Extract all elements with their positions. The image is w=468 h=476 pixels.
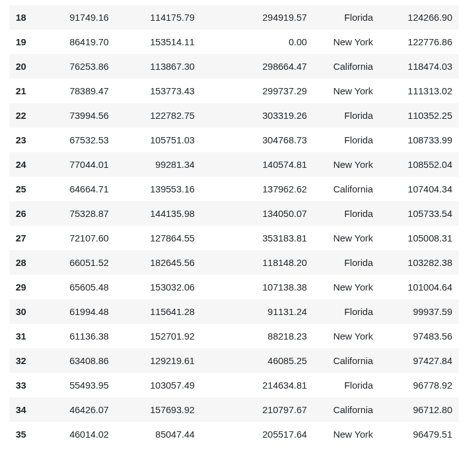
col2-cell: 144135.98: [115, 201, 201, 226]
col4-cell: California: [313, 177, 379, 201]
table-row: 2273994.56122782.75303319.26Florida11035…: [9, 103, 459, 128]
col5-cell: 105008.31: [379, 226, 459, 250]
col1-cell: 63408.86: [43, 348, 116, 373]
row-index-cell: 30: [9, 299, 43, 324]
col4-cell: New York: [313, 324, 379, 348]
table-row: 3446426.07157693.92210797.67California96…: [9, 397, 459, 422]
row-index-cell: 33: [9, 373, 43, 397]
col3-cell: 205517.64: [201, 422, 313, 446]
col1-cell: 61994.48: [43, 299, 116, 324]
col1-cell: 67532.53: [43, 128, 116, 152]
data-table-body: 1891749.16114175.79294919.57Florida12426…: [9, 5, 459, 446]
table-row: 2965605.48153032.06107138.38New York1010…: [9, 275, 459, 299]
table-row: 2772107.60127864.55353183.81New York1050…: [9, 226, 459, 250]
col1-cell: 66051.52: [43, 250, 116, 275]
col5-cell: 97427.84: [379, 348, 459, 373]
table-row: 2477044.0199281.34140574.81New York10855…: [9, 152, 459, 177]
col1-cell: 76253.86: [43, 54, 116, 79]
col4-cell: New York: [313, 422, 379, 446]
col4-cell: Florida: [313, 373, 379, 397]
col5-cell: 110352.25: [379, 103, 459, 128]
table-row: 2178389.47153773.43299737.29New York1113…: [9, 79, 459, 103]
col1-cell: 77044.01: [43, 152, 116, 177]
table-row: 2866051.52182645.56118148.20Florida10328…: [9, 250, 459, 275]
col5-cell: 99937.59: [379, 299, 459, 324]
col2-cell: 139553.16: [115, 177, 201, 201]
row-index-cell: 24: [9, 152, 43, 177]
row-index-cell: 22: [9, 103, 43, 128]
row-index-cell: 31: [9, 324, 43, 348]
row-index-cell: 35: [9, 422, 43, 446]
col4-cell: New York: [313, 79, 379, 103]
col2-cell: 99281.34: [115, 152, 201, 177]
row-index-cell: 18: [9, 5, 43, 30]
col2-cell: 153773.43: [115, 79, 201, 103]
col3-cell: 298664.47: [201, 54, 313, 79]
col4-cell: California: [313, 348, 379, 373]
row-index-cell: 32: [9, 348, 43, 373]
table-row: 1986419.70153514.110.00New York122776.86: [9, 30, 459, 54]
row-index-cell: 26: [9, 201, 43, 226]
table-row: 3161136.38152701.9288218.23New York97483…: [9, 324, 459, 348]
col3-cell: 303319.26: [201, 103, 313, 128]
col2-cell: 105751.03: [115, 128, 201, 152]
col5-cell: 96778.92: [379, 373, 459, 397]
col4-cell: Florida: [313, 5, 379, 30]
col5-cell: 111313.02: [379, 79, 459, 103]
col3-cell: 299737.29: [201, 79, 313, 103]
table-row: 2367532.53105751.03304768.73Florida10873…: [9, 128, 459, 152]
col5-cell: 96479.51: [379, 422, 459, 446]
col2-cell: 122782.75: [115, 103, 201, 128]
table-row: 3355493.95103057.49214634.81Florida96778…: [9, 373, 459, 397]
col3-cell: 46085.25: [201, 348, 313, 373]
col4-cell: Florida: [313, 103, 379, 128]
row-index-cell: 19: [9, 30, 43, 54]
data-table: 1891749.16114175.79294919.57Florida12426…: [9, 5, 459, 446]
col2-cell: 182645.56: [115, 250, 201, 275]
col3-cell: 137962.62: [201, 177, 313, 201]
col2-cell: 115641.28: [115, 299, 201, 324]
row-index-cell: 21: [9, 79, 43, 103]
col2-cell: 127864.55: [115, 226, 201, 250]
table-row: 3061994.48115641.2891131.24Florida99937.…: [9, 299, 459, 324]
col3-cell: 107138.38: [201, 275, 313, 299]
col3-cell: 353183.81: [201, 226, 313, 250]
col5-cell: 108552.04: [379, 152, 459, 177]
table-row: 2076253.86113867.30298664.47California11…: [9, 54, 459, 79]
col1-cell: 46014.02: [43, 422, 116, 446]
col5-cell: 101004.64: [379, 275, 459, 299]
table-row: 3263408.86129219.6146085.25California974…: [9, 348, 459, 373]
col4-cell: New York: [313, 226, 379, 250]
col2-cell: 103057.49: [115, 373, 201, 397]
col3-cell: 304768.73: [201, 128, 313, 152]
col4-cell: New York: [313, 275, 379, 299]
col3-cell: 140574.81: [201, 152, 313, 177]
col1-cell: 75328.87: [43, 201, 116, 226]
col3-cell: 214634.81: [201, 373, 313, 397]
col5-cell: 107404.34: [379, 177, 459, 201]
col3-cell: 210797.67: [201, 397, 313, 422]
col1-cell: 65605.48: [43, 275, 116, 299]
col4-cell: Florida: [313, 299, 379, 324]
col4-cell: Florida: [313, 201, 379, 226]
col2-cell: 85047.44: [115, 422, 201, 446]
col1-cell: 91749.16: [43, 5, 116, 30]
col1-cell: 61136.38: [43, 324, 116, 348]
col5-cell: 124266.90: [379, 5, 459, 30]
col1-cell: 64664.71: [43, 177, 116, 201]
col4-cell: Florida: [313, 250, 379, 275]
col5-cell: 96712.80: [379, 397, 459, 422]
col5-cell: 97483.56: [379, 324, 459, 348]
col5-cell: 108733.99: [379, 128, 459, 152]
col1-cell: 73994.56: [43, 103, 116, 128]
col1-cell: 46426.07: [43, 397, 116, 422]
col2-cell: 113867.30: [115, 54, 201, 79]
table-row: 1891749.16114175.79294919.57Florida12426…: [9, 5, 459, 30]
col3-cell: 134050.07: [201, 201, 313, 226]
col5-cell: 103282.38: [379, 250, 459, 275]
col1-cell: 72107.60: [43, 226, 116, 250]
col2-cell: 153514.11: [115, 30, 201, 54]
col5-cell: 118474.03: [379, 54, 459, 79]
row-index-cell: 28: [9, 250, 43, 275]
table-row: 2564664.71139553.16137962.62California10…: [9, 177, 459, 201]
